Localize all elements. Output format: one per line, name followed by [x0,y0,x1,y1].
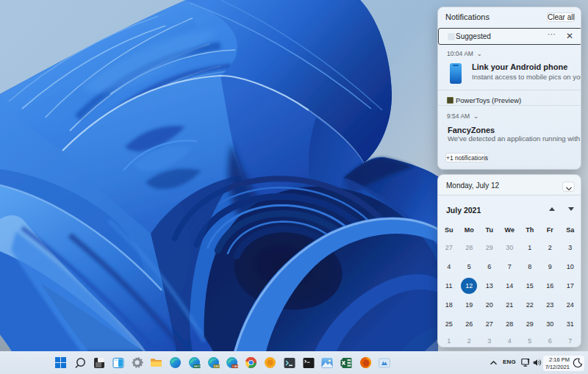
svg-text:BETA: BETA [194,364,201,368]
svg-text:CAN: CAN [232,364,238,368]
svg-text:DEV: DEV [214,364,220,368]
